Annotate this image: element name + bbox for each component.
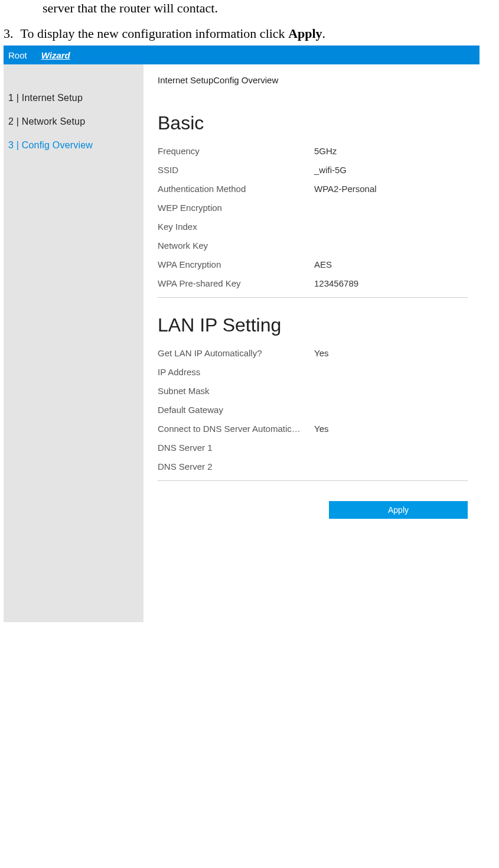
dns2-label: DNS Server 2 (158, 461, 314, 472)
auth-label: Authentication Method (158, 184, 314, 194)
main-area: 1 | Internet Setup 2 | Network Setup 3 |… (4, 64, 480, 622)
row-wep: WEP Encryption (158, 203, 468, 213)
doc-fragment-text: server that the router will contact. (0, 0, 499, 17)
row-dns2: DNS Server 2 (158, 461, 468, 472)
wpapsk-label: WPA Pre-shared Key (158, 278, 314, 288)
getauto-label: Get LAN IP Automatically? (158, 348, 314, 358)
router-ui-screenshot: Root Wizard 1 | Internet Setup 2 | Netwo… (4, 45, 480, 622)
frequency-value: 5GHz (314, 146, 337, 156)
keyindex-label: Key Index (158, 222, 314, 232)
doc-step-text-a: To display the new configuration informa… (21, 26, 289, 41)
ip-label: IP Address (158, 367, 314, 377)
row-keyindex: Key Index (158, 222, 468, 232)
wep-label: WEP Encryption (158, 203, 314, 213)
doc-step-bold: Apply (288, 26, 322, 41)
ssid-label: SSID (158, 165, 314, 175)
doc-step-text-b: . (322, 26, 326, 41)
wizard-link[interactable]: Wizard (41, 50, 70, 60)
row-getauto: Get LAN IP Automatically? Yes (158, 348, 468, 358)
basic-section-title: Basic (158, 112, 468, 134)
row-ssid: SSID _wifi-5G (158, 165, 468, 175)
apply-button[interactable]: Apply (329, 501, 468, 519)
ssid-value: _wifi-5G (314, 165, 347, 175)
sidebar-item-internet-setup[interactable]: 1 | Internet Setup (8, 93, 143, 103)
subnet-label: Subnet Mask (158, 386, 314, 396)
row-wpaenc: WPA Encryption AES (158, 259, 468, 269)
row-auth: Authentication Method WPA2-Personal (158, 184, 468, 194)
basic-divider (158, 297, 468, 298)
row-subnet: Subnet Mask (158, 386, 468, 396)
getauto-value: Yes (314, 348, 328, 358)
lan-divider (158, 480, 468, 481)
topbar: Root Wizard (4, 45, 480, 64)
breadcrumb: Internet SetupConfig Overview (158, 75, 468, 85)
content-panel: Internet SetupConfig Overview Basic Freq… (143, 64, 480, 622)
dns1-label: DNS Server 1 (158, 443, 314, 453)
frequency-label: Frequency (158, 146, 314, 156)
lan-section-title: LAN IP Setting (158, 314, 468, 336)
sidebar: 1 | Internet Setup 2 | Network Setup 3 |… (4, 64, 143, 622)
row-dns1: DNS Server 1 (158, 443, 468, 453)
wpapsk-value: 123456789 (314, 278, 358, 288)
row-gateway: Default Gateway (158, 405, 468, 415)
netkey-label: Network Key (158, 240, 314, 251)
root-link[interactable]: Root (8, 50, 27, 60)
sidebar-item-network-setup[interactable]: 2 | Network Setup (8, 116, 143, 127)
wpaenc-value: AES (314, 259, 332, 269)
row-ip: IP Address (158, 367, 468, 377)
row-netkey: Network Key (158, 240, 468, 251)
row-frequency: Frequency 5GHz (158, 146, 468, 156)
auth-value: WPA2-Personal (314, 184, 377, 194)
dnsauto-value: Yes (314, 424, 328, 434)
dnsauto-label: Connect to DNS Server Automatic… (158, 424, 314, 434)
gateway-label: Default Gateway (158, 405, 314, 415)
row-wpapsk: WPA Pre-shared Key 123456789 (158, 278, 468, 288)
wpaenc-label: WPA Encryption (158, 259, 314, 269)
row-dnsauto: Connect to DNS Server Automatic… Yes (158, 424, 468, 434)
doc-step-num: 3. (4, 26, 14, 41)
doc-step-3: 3.To display the new configuration infor… (0, 17, 499, 43)
sidebar-item-config-overview[interactable]: 3 | Config Overview (8, 140, 143, 151)
